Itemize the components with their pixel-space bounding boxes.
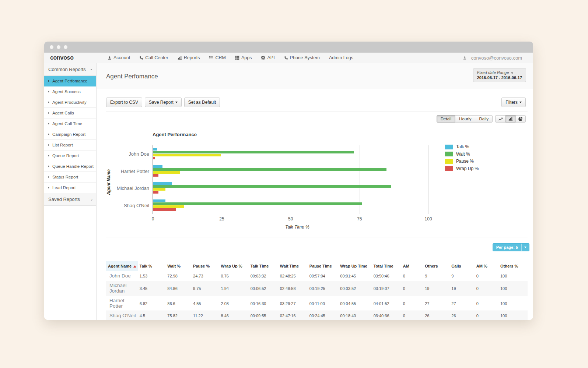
convoso-logo[interactable]: convoso: [44, 54, 108, 61]
chevron-down-icon: [175, 102, 178, 103]
table-cell: 00:03:52: [338, 281, 371, 296]
table-row: Harriet Potter6.8286.64.552.0300:16:3003…: [106, 296, 528, 311]
table-cell: 11.22: [191, 311, 219, 320]
column-header-talk-time[interactable]: Talk Time: [249, 261, 278, 271]
column-header-agent-name[interactable]: Agent Name: [106, 261, 138, 271]
column-header-am[interactable]: AM %: [475, 261, 498, 271]
per-page-caret[interactable]: [521, 244, 529, 251]
window-dot-icon[interactable]: [64, 45, 67, 49]
chevron-down-icon: [511, 72, 513, 74]
triangle-right-icon: [48, 133, 49, 135]
table-cell: 0: [401, 281, 423, 296]
bar-wrap-up-shaq-o-neil: [153, 208, 176, 211]
x-axis-tick: 50: [288, 216, 293, 222]
sidebar-item-list-report[interactable]: List Report: [44, 140, 96, 151]
app-window: convoso AccountCall CenterReportsCRMApps…: [44, 42, 533, 320]
column-header-talk[interactable]: Talk %: [138, 261, 166, 271]
bar-wait-michael-jordan: [153, 185, 391, 188]
column-header-am[interactable]: AM: [401, 261, 423, 271]
column-header-pause[interactable]: Pause %: [191, 261, 219, 271]
table-cell: 9.75: [191, 281, 219, 296]
nav-item-account[interactable]: Account: [108, 55, 130, 60]
x-axis-tick: 25: [219, 216, 224, 222]
filters-button[interactable]: Filters: [501, 98, 526, 107]
date-range-picker[interactable]: Fixed date Range 2016-06-17 - 2016-06-17: [473, 68, 526, 82]
table-cell: 03:19:07: [372, 281, 401, 296]
per-page-button[interactable]: Per page: 5: [493, 243, 529, 251]
column-header-wait-time[interactable]: Wait Time: [278, 261, 308, 271]
nav-item-call-center[interactable]: Call Center: [139, 55, 168, 60]
sidebar-item-queue-report[interactable]: Queue Report: [44, 151, 96, 161]
sidebar-item-agent-calls[interactable]: Agent Calls: [44, 108, 96, 118]
nav-account-area[interactable]: convoso@convoso.com: [463, 55, 533, 61]
sidebar-item-status-report[interactable]: Status Report: [44, 172, 96, 183]
sidebar-item-label: Agent Success: [52, 89, 81, 94]
table-cell: 3.45: [138, 281, 166, 296]
chevron-right-icon: ›: [91, 197, 92, 202]
page-title: Agent Perfomance: [106, 73, 158, 80]
chart-type-button-pie-chart-icon[interactable]: [515, 115, 526, 123]
bar-talk-john-doe: [153, 148, 157, 151]
set-as-default-button[interactable]: Set as Default: [184, 98, 220, 107]
agent-name-cell: Harriet Potter: [106, 296, 138, 311]
nav-item-phone-system[interactable]: Phone System: [284, 55, 320, 60]
nav-item-label: CRM: [215, 55, 225, 60]
sidebar-item-agent-call-time[interactable]: Agent Call Time: [44, 118, 96, 129]
column-header-others[interactable]: Others %: [498, 261, 528, 271]
table-cell: 0: [401, 296, 423, 311]
chart-category-row: Michael Jordan: [153, 180, 442, 197]
bar-chart-icon: [508, 117, 513, 121]
view-tab-detail[interactable]: Detail: [437, 115, 455, 123]
view-tab-daily[interactable]: Daily: [475, 115, 493, 123]
nav-item-api[interactable]: API: [261, 55, 274, 60]
nav-item-apps[interactable]: Apps: [235, 55, 252, 60]
legend-item-wait: Wait %: [445, 152, 479, 157]
chart-type-button-bar-chart-icon[interactable]: [505, 115, 516, 123]
table-cell: 72.98: [165, 271, 191, 281]
legend-label: Wrap Up %: [456, 166, 479, 171]
column-header-wrap-up-time[interactable]: Wrap Up Time: [338, 261, 371, 271]
desktop-background: { "window": { "logo": "convoso", "email"…: [0, 0, 588, 368]
view-toggle-group: DetailHourlyDaily: [437, 115, 493, 123]
legend-item-pause: Pause %: [445, 159, 479, 164]
column-header-others[interactable]: Others: [423, 261, 449, 271]
agent-name-cell: Michael Jordan: [106, 281, 138, 296]
sidebar-section-saved-reports[interactable]: Saved Reports ›: [44, 193, 96, 206]
sidebar-section-common-reports[interactable]: Common Reports: [44, 63, 96, 76]
window-dot-icon[interactable]: [57, 45, 60, 49]
nav-item-reports[interactable]: Reports: [178, 55, 200, 60]
bar-chart-icon: [178, 56, 182, 60]
column-header-calls[interactable]: Calls: [449, 261, 474, 271]
nav-item-admin-logs[interactable]: Admin Logs: [329, 55, 353, 60]
bar-talk-harriet-potter: [153, 165, 162, 168]
sidebar-item-agent-success[interactable]: Agent Success: [44, 86, 96, 97]
column-header-wait[interactable]: Wait %: [165, 261, 191, 271]
column-header-pause-time[interactable]: Pause Time: [308, 261, 339, 271]
window-dot-icon[interactable]: [50, 45, 53, 49]
table-cell: 02:47:16: [278, 311, 308, 320]
sidebar-item-lead-report[interactable]: Lead Report: [44, 183, 96, 193]
triangle-right-icon: [48, 144, 49, 146]
sidebar: Common Reports Agent PerfomanceAgent Suc…: [44, 63, 97, 320]
save-report-button[interactable]: Save Report: [145, 98, 182, 107]
x-axis-tick: 75: [357, 216, 362, 222]
sidebar-item-queue-handle-report[interactable]: Queue Handle Report: [44, 161, 96, 172]
view-tab-hourly[interactable]: Hourly: [455, 115, 475, 123]
column-header-total-time[interactable]: Total Time: [372, 261, 401, 271]
column-header-wrap-up[interactable]: Wrap Up %: [219, 261, 249, 271]
phone-icon: [284, 56, 288, 60]
report-table: Agent NameTalk %Wait %Pause %Wrap Up %Ta…: [106, 261, 528, 320]
chart-type-button-line-chart-icon[interactable]: [495, 115, 506, 123]
filters-label: Filters: [505, 100, 518, 105]
nav-item-crm[interactable]: CRM: [209, 55, 225, 60]
legend-swatch: [445, 166, 453, 171]
sidebar-item-agent-perfomance[interactable]: Agent Perfomance: [44, 76, 96, 86]
x-axis-tick: 0: [152, 216, 154, 222]
chart-controls: DetailHourlyDaily: [437, 115, 526, 123]
chart-category-row: Harriet Potter: [153, 163, 442, 180]
sidebar-item-agent-productivity[interactable]: Agent Productivity: [44, 97, 96, 108]
export-csv-button[interactable]: Export to CSV: [106, 98, 142, 107]
sidebar-item-campaign-report[interactable]: Campaign Report: [44, 129, 96, 140]
bar-pause-harriet-potter: [153, 171, 180, 174]
line-chart-icon: [498, 117, 503, 121]
